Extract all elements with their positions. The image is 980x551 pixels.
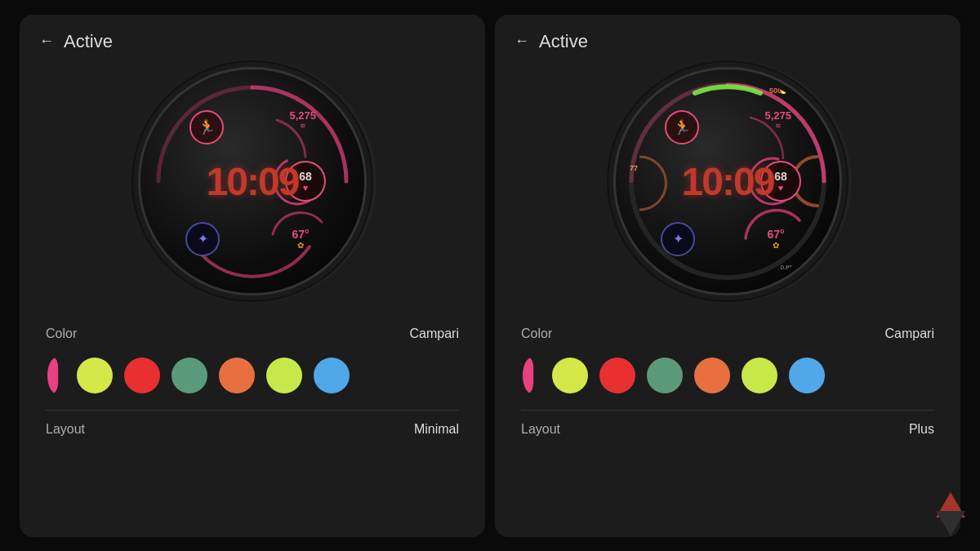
color-label-2: Color [521,327,552,341]
extra-left-2: 77 [630,164,638,172]
color-swatches-2 [521,349,934,407]
temp-value-1: 67° [292,228,309,241]
fitbit-complication-2: ✦ [661,222,695,256]
heart-value-2: 68 [774,170,787,183]
back-button-1[interactable]: ← [39,33,54,50]
layout-label-1: Layout [46,422,85,437]
settings-1: Color Campari Layout Minimal [39,318,466,445]
divider-1 [46,410,459,411]
fitbit-complication-1: ✦ [185,222,220,256]
swatch-blue-2[interactable] [789,358,825,393]
watch-face-1: 10:09 🏃 5,275 ≋ 68 ♥ [146,75,359,287]
swatch-yellow-green-1[interactable] [266,358,302,393]
layout-value-2: Plus [909,422,934,437]
steps-icon-1: ≋ [289,122,316,130]
main-container: ← Active [8,8,972,543]
layout-value-1: Minimal [414,422,459,437]
steps-complication-2: 5,275 ≋ [764,109,791,130]
steps-icon-2: ≋ [764,122,791,130]
temp-sun-2: ✿ [767,241,784,250]
logo-triangle-down [936,511,965,536]
extra-bottom-2: 0.85 [780,264,793,271]
heart-icon-2: ♥ [778,183,784,193]
heart-value-1: 68 [299,170,312,183]
logo-watermark [936,492,965,536]
divider-2 [521,410,934,411]
heart-icon-1: ♥ [303,183,309,193]
run-circle-2: 🏃 [665,110,699,144]
steps-complication-1: 5,275 ≋ [289,109,316,130]
watch-body-2: 500 🔥 77 10:09 🏃 5,275 ≋ [613,67,842,295]
layout-row-2: Layout Plus [521,414,934,445]
temp-arc-2: 67° ✿ [752,216,800,263]
color-swatches-1 [46,349,459,407]
layout-label-2: Layout [521,422,560,437]
panel-2-header: ← Active [514,31,941,52]
run-complication-2: 🏃 [664,109,700,145]
time-1: 10:09 [207,158,299,203]
panel-2: ← Active [495,15,960,537]
swatch-pink-partial-2[interactable] [523,358,541,393]
steps-value-1: 5,275 [289,109,316,122]
watch-crown-2 [841,161,842,202]
color-row-1: Color Campari [46,318,459,349]
swatch-teal-1[interactable] [172,358,207,393]
watch-crown-1 [366,161,367,202]
temp-sun-1: ✿ [292,241,309,250]
watch-container-2: 500 🔥 77 10:09 🏃 5,275 ≋ [613,67,842,295]
swatch-pink-partial-1[interactable] [47,358,65,393]
color-label-1: Color [46,327,77,341]
temp-complication-2: 67° ✿ [752,216,800,263]
logo-container [936,492,965,536]
back-button-2[interactable]: ← [514,33,529,50]
watch-body-1: 10:09 🏃 5,275 ≋ 68 ♥ [138,67,367,295]
fitbit-circle-1: ✦ [185,222,220,256]
color-value-1: Campari [410,327,459,341]
watch-container-1: 10:09 🏃 5,275 ≋ 68 ♥ [138,67,367,295]
swatch-red-1[interactable] [124,358,160,393]
settings-2: Color Campari Layout Plus [514,318,941,445]
run-circle-1: 🏃 [189,110,224,144]
temp-complication-1: 67° ✿ [277,216,324,263]
temp-arc-1: 67° ✿ [277,216,324,263]
swatch-lime-1[interactable] [77,358,113,393]
color-row-2: Color Campari [521,318,934,349]
run-complication-1: 🏃 [189,109,225,145]
mic-icon-2: 🎙 [793,265,800,273]
panel-2-title: Active [539,31,588,52]
swatch-red-2[interactable] [599,358,635,393]
swatch-orange-2[interactable] [694,358,730,393]
panel-1-title: Active [64,31,113,52]
watch-face-2: 500 🔥 77 10:09 🏃 5,275 ≋ [621,75,834,287]
panel-1: ← Active [20,15,485,537]
swatch-yellow-green-2[interactable] [742,358,777,393]
color-value-2: Campari [885,327,934,341]
panel-1-header: ← Active [39,31,466,52]
swatch-lime-2[interactable] [552,358,588,393]
temp-value-2: 67° [767,228,784,241]
swatch-teal-2[interactable] [647,358,683,393]
layout-row-1: Layout Minimal [46,414,459,445]
swatch-orange-1[interactable] [219,358,255,393]
steps-value-2: 5,275 [764,109,791,122]
time-2: 10:09 [682,158,774,203]
fitbit-circle-2: ✦ [661,222,695,256]
flame-icon-2: 🔥 [778,85,788,94]
swatch-blue-1[interactable] [314,358,350,393]
